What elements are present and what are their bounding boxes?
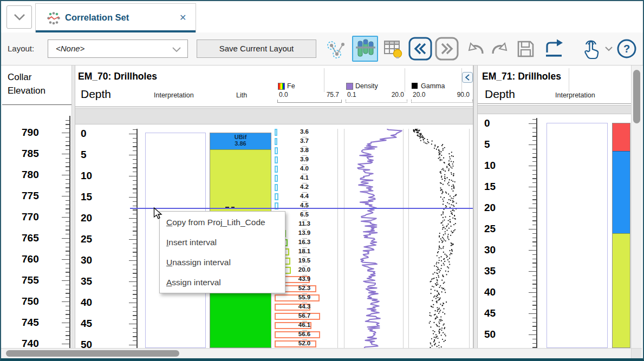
gamma-log-dot <box>438 277 439 278</box>
em70-depth-tick <box>133 150 136 151</box>
redo-icon[interactable] <box>489 38 511 60</box>
gamma-log-dot <box>427 139 428 140</box>
gamma-log-dot <box>430 343 431 344</box>
menu-item-assign-interval[interactable]: Assign interval <box>160 272 285 292</box>
em70-header-divider <box>75 107 473 107</box>
touch-mode-dropdown-icon[interactable] <box>604 46 613 52</box>
em70-depth-tick <box>133 159 136 160</box>
drillhole-correlation-view-button[interactable] <box>352 36 378 62</box>
gamma-log-dot <box>441 280 443 281</box>
touch-mode-icon[interactable] <box>580 37 602 61</box>
em70-depth-tick <box>133 244 136 244</box>
gamma-log-dot <box>437 273 438 274</box>
em70-depth-tick <box>133 277 136 278</box>
gamma-log-dot <box>443 148 444 149</box>
gamma-log-dot <box>441 169 443 170</box>
gamma-log-dot <box>438 313 439 314</box>
gamma-log-dot <box>448 203 450 204</box>
gamma-log-dot <box>453 175 454 176</box>
collar-elevation-tick <box>66 192 69 192</box>
em71-lith-interval[interactable] <box>613 123 630 151</box>
gamma-log-dot <box>437 252 438 253</box>
panel-splitter-1[interactable] <box>71 65 75 348</box>
em71-depth-tick <box>532 259 536 259</box>
em71-lith-interval[interactable] <box>613 233 630 348</box>
undo-icon[interactable] <box>465 38 486 60</box>
help-icon[interactable]: ? <box>616 38 637 59</box>
em70-depth-tick <box>133 265 136 265</box>
tab-close-icon[interactable]: ✕ <box>179 12 186 23</box>
em71-interpretation-box[interactable] <box>547 123 608 348</box>
horizontal-scrollbar-thumb[interactable] <box>6 350 179 357</box>
em70-depth-tick <box>133 172 136 172</box>
svg-text:?: ? <box>623 43 630 55</box>
fe-value-label: 52.0 <box>287 340 322 346</box>
layout-dropdown[interactable]: <None> <box>48 40 188 58</box>
collar-elevation-tick <box>66 137 69 137</box>
tab-correlation-set[interactable]: Correlation Set ✕ <box>35 3 196 32</box>
em70-depth-tick <box>129 345 136 345</box>
chevron-down-icon <box>14 14 25 21</box>
correlation-nodes-icon[interactable] <box>327 38 347 59</box>
menu-item-unassign-interval[interactable]: Unassign interval <box>160 252 285 272</box>
em71-lith-interval[interactable] <box>613 151 630 234</box>
gamma-log-dot <box>444 176 445 177</box>
gamma-log-dot <box>431 293 432 294</box>
em70-lith-interval-label: UBif3.86 <box>210 134 271 147</box>
gamma-log-dot <box>440 151 441 152</box>
expand-all-button[interactable] <box>435 37 459 61</box>
gamma-log-dot <box>424 141 425 142</box>
collar-elevation-tick-label: 750 <box>22 296 39 307</box>
fe-histogram-bar <box>275 193 278 200</box>
tab-title: Correlation Set <box>65 12 129 23</box>
gamma-log-dot <box>439 294 440 295</box>
em71-depth-tick-label: 35 <box>484 265 496 277</box>
fe-legend-min: 0.0 <box>279 91 288 99</box>
gamma-log-dot <box>448 267 449 268</box>
gamma-log-dot <box>444 290 445 291</box>
gamma-log-dot <box>437 267 438 268</box>
gamma-log-dot <box>441 346 442 347</box>
em70-lith-interval[interactable]: UBif3.86 <box>210 133 271 149</box>
gamma-log-dot <box>455 219 456 220</box>
em71-depth-tick <box>532 339 536 339</box>
vertical-scrollbar-thumb[interactable] <box>633 70 640 123</box>
panel-splitter-2[interactable] <box>473 65 478 348</box>
gamma-log-dot <box>450 253 451 254</box>
menu-item-copy-from-proj-lith-code[interactable]: Copy from Proj_Lith_Code <box>160 212 285 232</box>
gamma-log-dot <box>437 284 438 285</box>
gamma-log-dot <box>443 213 444 214</box>
em71-depth-tick <box>529 166 536 166</box>
collar-elevation-tick <box>66 166 69 167</box>
gamma-log-dot <box>439 333 440 334</box>
export-icon[interactable] <box>542 37 565 61</box>
em71-depth-tick <box>532 343 536 344</box>
em70-depth-tick <box>133 256 136 257</box>
gamma-log-dot <box>430 343 431 344</box>
save-icon[interactable] <box>515 38 536 60</box>
em70-collapse-button[interactable] <box>462 72 473 83</box>
em71-depth-tick <box>529 334 536 335</box>
depth-selection-line[interactable] <box>130 208 473 209</box>
gamma-log-dot <box>444 334 445 335</box>
em70-depth-tick <box>133 336 136 337</box>
fe-histogram-bar <box>275 166 278 173</box>
vertical-scrollbar-track[interactable] <box>631 65 642 348</box>
table-lightbulb-icon[interactable] <box>382 38 403 59</box>
horizontal-scrollbar-track[interactable] <box>1 348 631 358</box>
collapse-all-button[interactable] <box>408 37 432 61</box>
tab-list-dropdown-button[interactable] <box>6 5 32 29</box>
gamma-log-dot <box>435 318 436 319</box>
em70-depth-tick <box>133 227 136 227</box>
gamma-log-dot <box>419 136 420 137</box>
collar-elevation-tick <box>62 301 69 302</box>
save-current-layout-button[interactable]: Save Current Layout <box>197 40 316 58</box>
em71-depth-tick-label: 50 <box>484 329 496 340</box>
gamma-log-dot <box>435 337 437 338</box>
gamma-log-dot <box>430 321 431 322</box>
menu-item-insert-interval[interactable]: Insert interval <box>160 232 285 252</box>
fe-value-label: 46.1 <box>287 321 322 328</box>
em70-depth-tick <box>129 197 136 198</box>
em70-depth-tick <box>133 138 136 139</box>
gamma-log-dot <box>443 312 444 313</box>
